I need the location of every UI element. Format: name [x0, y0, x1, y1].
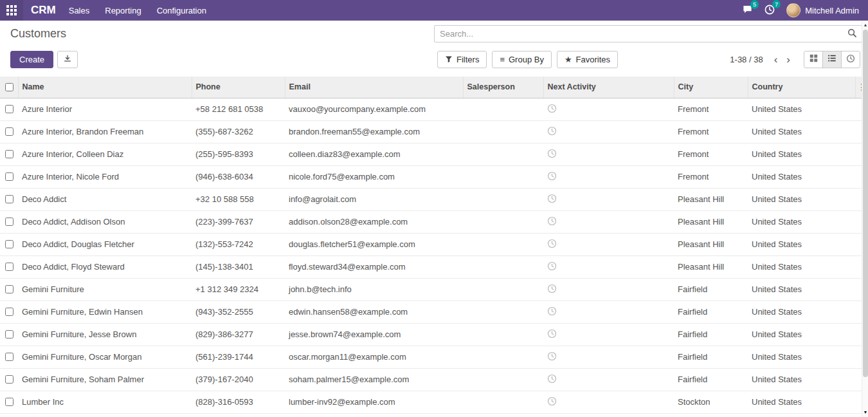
row-select-cell[interactable]: [0, 368, 18, 391]
row-select-cell[interactable]: [0, 210, 18, 233]
column-header-email[interactable]: Email: [285, 77, 463, 98]
activity-clock-icon[interactable]: [547, 306, 557, 316]
row-checkbox[interactable]: [5, 105, 14, 113]
table-row[interactable]: Lumber Inc (828)-316-0593 lumber-inv92@e…: [0, 391, 868, 413]
pager-prev-button[interactable]: ‹: [770, 53, 782, 66]
user-menu[interactable]: Mitchell Admin: [786, 3, 859, 17]
cell-salesperson: [463, 278, 543, 301]
row-checkbox[interactable]: [5, 263, 14, 271]
cell-next-activity: [543, 210, 674, 233]
column-header-salesperson[interactable]: Salesperson: [463, 77, 543, 98]
activity-clock-icon[interactable]: [547, 149, 557, 158]
row-checkbox[interactable]: [5, 150, 14, 158]
select-all-checkbox[interactable]: [5, 83, 14, 91]
table-row[interactable]: Azure Interior, Colleen Diaz (255)-595-8…: [0, 143, 868, 165]
activity-clock-icon[interactable]: [547, 239, 557, 248]
table-row[interactable]: Azure Interior, Nicole Ford (946)-638-60…: [0, 165, 868, 188]
table-row[interactable]: Azure Interior, Brandon Freeman (355)-68…: [0, 120, 868, 143]
row-checkbox[interactable]: [5, 127, 14, 136]
activity-clock-icon[interactable]: [547, 396, 557, 406]
row-select-cell[interactable]: [0, 98, 18, 120]
cell-next-activity: [543, 233, 674, 255]
activity-clock-icon[interactable]: [547, 329, 557, 338]
search-button[interactable]: [842, 26, 862, 42]
search-box: [434, 25, 862, 42]
search-input[interactable]: [435, 29, 842, 39]
row-select-cell[interactable]: [0, 233, 18, 255]
column-header-phone[interactable]: Phone: [192, 77, 285, 98]
column-header-country[interactable]: Country: [748, 77, 855, 98]
activity-clock-icon[interactable]: [547, 171, 557, 181]
app-name[interactable]: CRM: [31, 4, 56, 17]
table-row[interactable]: Gemini Furniture, Oscar Morgan (561)-239…: [0, 346, 868, 368]
cell-phone: +32 10 588 558: [192, 188, 285, 210]
table-row[interactable]: Deco Addict, Douglas Fletcher (132)-553-…: [0, 233, 868, 255]
row-select-cell[interactable]: [0, 188, 18, 210]
row-select-cell[interactable]: [0, 346, 18, 368]
activity-clock-icon[interactable]: [547, 284, 557, 293]
table-row[interactable]: Deco Addict +32 10 588 558 info@agrolait…: [0, 188, 868, 210]
row-checkbox[interactable]: [5, 398, 14, 406]
table-row[interactable]: Gemini Furniture, Edwin Hansen (943)-352…: [0, 301, 868, 323]
view-activity-button[interactable]: [841, 51, 860, 68]
table-row[interactable]: Gemini Furniture, Soham Palmer (379)-167…: [0, 368, 868, 391]
row-select-cell[interactable]: [0, 143, 18, 165]
group-by-button[interactable]: ≡ Group By: [492, 51, 552, 68]
row-select-cell[interactable]: [0, 301, 18, 323]
scroll-up-button[interactable]: ▲: [862, 22, 868, 28]
row-select-cell[interactable]: [0, 278, 18, 301]
row-select-cell[interactable]: [0, 391, 18, 413]
apps-menu-button[interactable]: [0, 0, 23, 21]
row-checkbox[interactable]: [5, 218, 14, 226]
row-checkbox[interactable]: [5, 172, 14, 181]
messages-badge: 5: [750, 0, 759, 9]
row-checkbox[interactable]: [5, 285, 14, 293]
activity-clock-icon[interactable]: [547, 126, 557, 136]
top-menu-item[interactable]: Sales: [69, 6, 90, 15]
view-kanban-button[interactable]: [804, 51, 823, 68]
row-select-cell[interactable]: [0, 165, 18, 188]
pager-next-button[interactable]: ›: [782, 53, 795, 66]
row-checkbox[interactable]: [5, 240, 14, 248]
row-select-cell[interactable]: [0, 255, 18, 278]
activity-clock-icon[interactable]: [547, 104, 557, 113]
messages-button[interactable]: 5: [742, 5, 753, 16]
table-row[interactable]: Gemini Furniture +1 312 349 2324 john.b@…: [0, 278, 868, 301]
scroll-down-button[interactable]: ▼: [862, 409, 868, 416]
create-button[interactable]: Create: [10, 51, 53, 68]
row-checkbox[interactable]: [5, 330, 14, 338]
scrollbar-thumb[interactable]: [863, 30, 868, 377]
table-row[interactable]: Azure Interior +58 212 681 0538 vauxoo@y…: [0, 98, 868, 120]
activity-clock-icon[interactable]: [547, 374, 557, 384]
row-select-cell[interactable]: [0, 323, 18, 346]
top-menu-item[interactable]: Reporting: [105, 6, 141, 15]
select-all-cell[interactable]: [0, 77, 18, 98]
view-list-button[interactable]: [822, 51, 842, 68]
filters-button[interactable]: Filters: [437, 51, 487, 68]
row-checkbox[interactable]: [5, 353, 14, 361]
row-checkbox[interactable]: [5, 375, 14, 384]
table-row[interactable]: Deco Addict, Floyd Steward (145)-138-340…: [0, 255, 868, 278]
cell-email: brandon.freeman55@example.com: [285, 120, 463, 143]
column-header-city[interactable]: City: [674, 77, 748, 98]
activity-clock-icon[interactable]: [547, 194, 557, 203]
favorites-button[interactable]: ★ Favorites: [557, 51, 618, 68]
cell-country: United States: [748, 233, 855, 255]
cell-name: Gemini Furniture, Oscar Morgan: [18, 346, 192, 368]
top-menu-item[interactable]: Configuration: [157, 6, 206, 15]
avatar: [786, 3, 800, 17]
activities-button[interactable]: 7: [764, 5, 775, 17]
activity-clock-icon[interactable]: [547, 216, 557, 226]
column-header-next-activity[interactable]: Next Activity: [543, 77, 674, 98]
table-row[interactable]: Gemini Furniture, Jesse Brown (829)-386-…: [0, 323, 868, 346]
export-button[interactable]: [57, 51, 78, 68]
activity-clock-icon[interactable]: [547, 351, 557, 361]
row-checkbox[interactable]: [5, 195, 14, 203]
activities-badge: 7: [772, 0, 781, 8]
column-header-name[interactable]: Name: [18, 77, 192, 98]
cell-salesperson: [463, 143, 543, 165]
table-row[interactable]: Deco Addict, Addison Olson (223)-399-763…: [0, 210, 868, 233]
row-select-cell[interactable]: [0, 120, 18, 143]
activity-clock-icon[interactable]: [547, 261, 557, 271]
row-checkbox[interactable]: [5, 308, 14, 316]
